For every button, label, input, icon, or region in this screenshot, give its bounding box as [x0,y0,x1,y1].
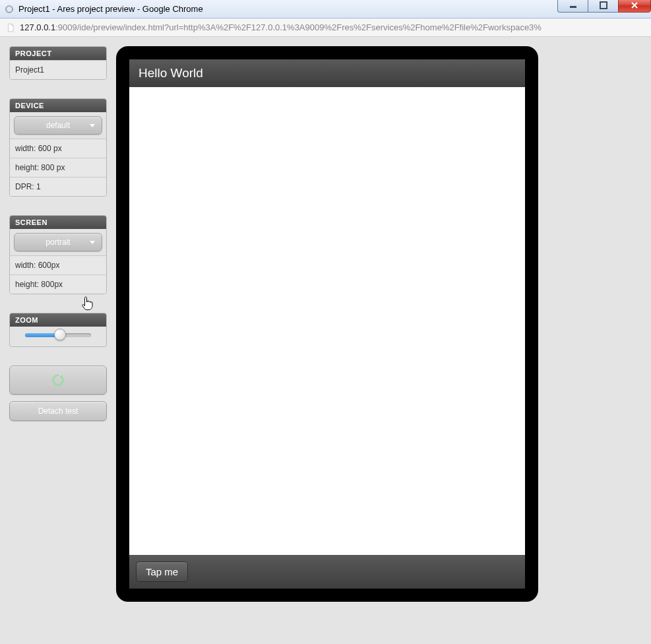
project-panel-header: PROJECT [10,47,106,60]
zoom-slider-fill [25,333,57,337]
sidebar: PROJECT Project1 DEVICE default width: 6… [9,46,107,635]
preview-app-header: Hello World [129,59,525,87]
zoom-panel-header: ZOOM [10,313,106,327]
address-bar[interactable]: 127.0.0.1:9009/ide/preview/index.html?ur… [0,18,651,37]
zoom-panel: ZOOM [9,313,107,347]
page-icon [5,22,16,33]
url-host: 127.0.0.1 [20,22,55,32]
minimize-button[interactable] [557,0,588,13]
device-height-row: height: 800 px [10,158,106,177]
tap-me-button[interactable]: Tap me [136,562,188,582]
device-panel-header: DEVICE [10,99,106,112]
project-panel: PROJECT Project1 [9,46,107,80]
device-panel: DEVICE default width: 600 px height: 800… [9,98,107,197]
preview-app-footer: Tap me [129,555,525,589]
device-screen: Hello World Tap me [129,59,525,589]
screen-orientation-value: portrait [46,238,70,247]
screen-panel-header: SCREEN [10,216,106,229]
app-icon [4,4,15,15]
device-frame: Hello World Tap me [116,46,538,602]
url-text: 127.0.0.1:9009/ide/preview/index.html?ur… [20,22,542,32]
url-path: :9009/ide/preview/index.html?url=http%3A… [55,22,542,32]
preview-area: Hello World Tap me [116,46,642,635]
device-select-value: default [46,121,70,130]
window-title: Project1 - Ares project preview - Google… [18,4,203,14]
maximize-button[interactable] [588,0,618,13]
svg-rect-1 [570,6,576,8]
screen-width-row: width: 600px [10,255,106,274]
app-body: PROJECT Project1 DEVICE default width: 6… [0,37,651,644]
screen-height-row: height: 800px [10,274,106,294]
device-width-row: width: 600 px [10,139,106,158]
window-controls [557,0,651,13]
zoom-slider-thumb[interactable] [54,329,66,340]
detach-test-button[interactable]: Detach test [9,401,107,421]
zoom-slider[interactable] [25,333,91,337]
device-dpr-row: DPR: 1 [10,177,106,196]
reload-button[interactable] [9,366,107,395]
screen-panel: SCREEN portrait width: 600px height: 800… [9,215,107,294]
screen-orientation-select[interactable]: portrait [14,233,102,251]
close-button[interactable] [618,0,651,13]
preview-app-content [129,87,525,555]
action-buttons: Detach test [9,366,107,428]
reload-icon [51,373,65,387]
detach-test-label: Detach test [38,406,78,416]
project-name-row[interactable]: Project1 [10,60,106,79]
chevron-down-icon [90,124,95,127]
svg-rect-2 [600,2,607,9]
zoom-slider-wrap [10,327,106,346]
chevron-down-icon [90,241,95,244]
window-titlebar: Project1 - Ares project preview - Google… [0,0,651,18]
device-select[interactable]: default [14,116,102,135]
